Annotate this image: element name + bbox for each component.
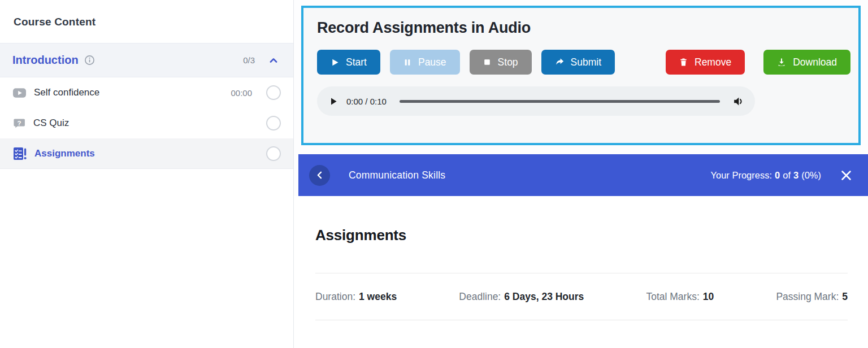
sidebar-item-self-confidence[interactable]: Self confidence 00:00	[0, 77, 293, 108]
player-seekbar[interactable]	[400, 100, 720, 103]
pause-label: Pause	[418, 56, 446, 68]
play-icon	[331, 58, 339, 67]
submit-label: Submit	[571, 56, 601, 68]
start-button[interactable]: Start	[317, 50, 380, 75]
progress-percent: (0%)	[801, 170, 821, 181]
quiz-icon: ?	[12, 116, 26, 130]
assignment-meta: Duration: 1 weeks Deadline: 6 Days, 23 H…	[315, 290, 848, 303]
pause-icon	[403, 58, 411, 67]
progress-label: Your Progress:	[710, 170, 772, 181]
sidebar-item-assignments[interactable]: Assignments	[0, 138, 293, 169]
meta-value: 1 weeks	[359, 290, 397, 303]
stop-label: Stop	[498, 56, 518, 68]
lesson-duration: 00:00	[231, 88, 252, 98]
recorder-controls: Start Pause Stop Submit Remove Download	[317, 50, 852, 75]
completion-circle[interactable]	[266, 85, 281, 100]
svg-text:?: ?	[17, 120, 21, 127]
start-label: Start	[346, 56, 367, 68]
back-button[interactable]	[309, 165, 330, 186]
submit-button[interactable]: Submit	[541, 50, 615, 75]
lesson-label: CS Quiz	[33, 118, 69, 129]
chevron-up-icon[interactable]	[268, 55, 279, 66]
video-lesson-icon	[12, 86, 27, 100]
audio-recorder-panel: Record Assignments in Audio Start Pause …	[301, 6, 861, 145]
progress-of: of	[783, 170, 791, 181]
download-icon	[777, 58, 786, 67]
main-area: Record Assignments in Audio Start Pause …	[294, 0, 868, 348]
meta-label: Total Marks:	[646, 290, 699, 303]
meta-passing-mark: Passing Mark: 5	[776, 290, 848, 303]
progress-current: 0	[775, 170, 780, 181]
sidebar-title: Course Content	[0, 0, 293, 43]
course-content-sidebar: Course Content Introduction 0/3 Self con…	[0, 0, 294, 348]
meta-label: Duration:	[315, 290, 355, 303]
course-topbar: Communication Skills Your Progress: 0 of…	[298, 154, 868, 196]
meta-value: 6 Days, 23 Hours	[504, 290, 584, 303]
download-button[interactable]: Download	[763, 50, 850, 75]
player-time: 0:00 / 0:10	[346, 97, 387, 106]
pause-button[interactable]: Pause	[390, 50, 460, 75]
lesson-label: Self confidence	[34, 87, 99, 98]
remove-label: Remove	[695, 56, 731, 68]
completion-circle[interactable]	[266, 116, 281, 130]
meta-total-marks: Total Marks: 10	[646, 290, 714, 303]
meta-duration: Duration: 1 weeks	[315, 290, 397, 303]
meta-value: 5	[842, 290, 848, 303]
audio-player: 0:00 / 0:10	[317, 86, 755, 116]
topic-title: Introduction	[12, 54, 79, 67]
meta-value: 10	[703, 290, 714, 303]
progress-total: 3	[793, 170, 798, 181]
close-icon[interactable]	[840, 169, 852, 181]
download-label: Download	[793, 56, 837, 68]
stop-icon	[483, 58, 491, 66]
assignment-icon	[12, 146, 27, 161]
volume-icon[interactable]	[733, 96, 744, 107]
submit-arrow-icon	[555, 58, 564, 67]
meta-deadline: Deadline: 6 Days, 23 Hours	[459, 290, 584, 303]
assignment-title: Assignments	[315, 227, 848, 244]
recorder-title: Record Assignments in Audio	[317, 19, 852, 37]
course-title: Communication Skills	[349, 169, 445, 181]
sidebar-item-cs-quiz[interactable]: ? CS Quiz	[0, 108, 293, 138]
trash-icon	[679, 58, 688, 67]
remove-button[interactable]: Remove	[666, 50, 745, 75]
progress-indicator: Your Progress: 0 of 3 (0%)	[710, 170, 821, 181]
player-play-button[interactable]	[329, 97, 338, 106]
assignment-content: Assignments Duration: 1 weeks Deadline: …	[294, 196, 868, 348]
stop-button[interactable]: Stop	[470, 50, 532, 75]
topic-header-introduction[interactable]: Introduction 0/3	[0, 43, 293, 77]
completion-circle[interactable]	[266, 146, 281, 161]
divider	[315, 320, 848, 320]
lesson-label: Assignments	[34, 148, 95, 159]
topic-progress: 0/3	[243, 55, 255, 65]
info-icon[interactable]	[84, 55, 95, 66]
meta-label: Passing Mark:	[776, 290, 839, 303]
meta-label: Deadline:	[459, 290, 501, 303]
divider	[315, 273, 848, 273]
